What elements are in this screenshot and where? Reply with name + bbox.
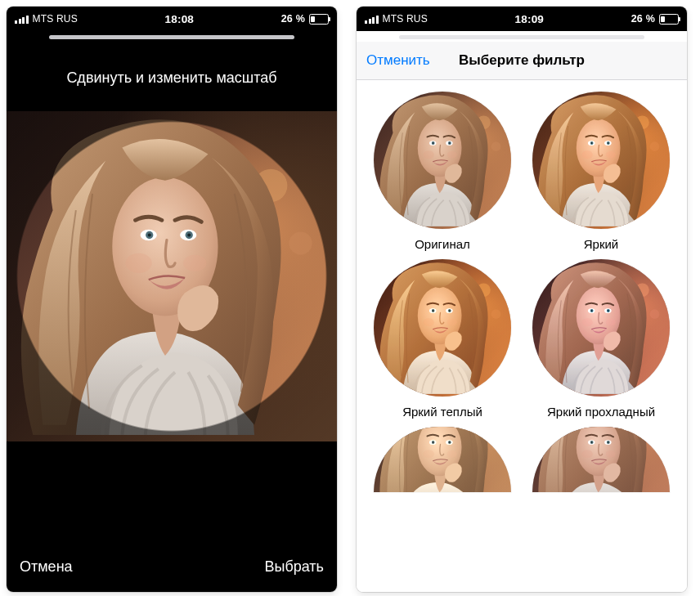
filter-vivid[interactable]: Яркий bbox=[527, 92, 675, 251]
filter-label: Яркий теплый bbox=[402, 405, 482, 419]
filter-original[interactable]: Оригинал bbox=[368, 92, 517, 251]
battery-percent: 26 % bbox=[281, 13, 305, 25]
battery-icon bbox=[659, 14, 679, 25]
sheet-grabber[interactable] bbox=[357, 31, 687, 42]
filter-label: Оригинал bbox=[415, 237, 470, 251]
cellular-signal-icon bbox=[365, 15, 379, 24]
page-title: Выберите фильтр bbox=[459, 52, 585, 69]
status-bar: MTS RUS 18:09 26 % bbox=[357, 7, 687, 31]
status-bar: MTS RUS 18:08 26 % bbox=[7, 7, 337, 31]
phone-filter-screen: MTS RUS 18:09 26 % Отменить Выберите фил… bbox=[357, 7, 687, 592]
filter-label: Яркий прохладный bbox=[547, 405, 655, 419]
filters-grid[interactable]: Оригинал Яркий Яркий теплый Яркий прохла… bbox=[357, 80, 687, 592]
choose-button[interactable]: Выбрать bbox=[262, 553, 325, 580]
cellular-signal-icon bbox=[15, 15, 29, 24]
filter-vivid-warm[interactable]: Яркий теплый bbox=[368, 259, 517, 419]
filter-item[interactable] bbox=[527, 427, 675, 492]
filter-vivid-cool[interactable]: Яркий прохладный bbox=[527, 259, 675, 419]
carrier-label: MTS RUS bbox=[383, 13, 428, 25]
filters-header: Отменить Выберите фильтр bbox=[357, 42, 687, 80]
clock: 18:08 bbox=[78, 13, 281, 25]
filter-item[interactable] bbox=[368, 427, 517, 492]
carrier-label: MTS RUS bbox=[33, 13, 78, 25]
crop-instruction: Сдвинуть и изменить масштаб bbox=[7, 42, 337, 111]
cancel-button[interactable]: Отмена bbox=[18, 553, 74, 580]
battery-percent: 26 % bbox=[631, 13, 655, 25]
clock: 18:09 bbox=[428, 13, 631, 25]
photo[interactable] bbox=[7, 111, 337, 441]
battery-icon bbox=[309, 14, 329, 25]
filter-label: Яркий bbox=[584, 237, 619, 251]
sheet-grabber[interactable] bbox=[7, 31, 337, 42]
phone-crop-screen: MTS RUS 18:08 26 % Сдвинуть и изменить м… bbox=[7, 7, 337, 592]
cancel-button[interactable]: Отменить bbox=[366, 52, 430, 69]
crop-canvas[interactable] bbox=[7, 111, 337, 441]
